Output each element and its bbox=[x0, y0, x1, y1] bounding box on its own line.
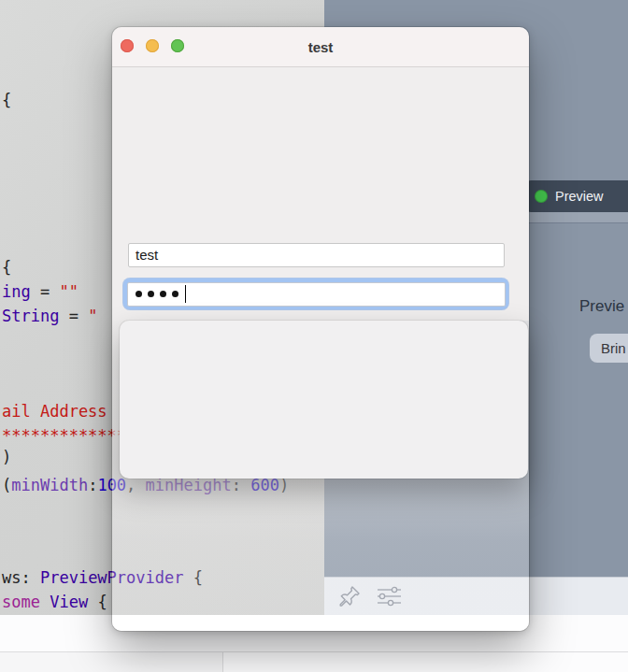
bring-forward-button[interactable]: Brin bbox=[590, 334, 628, 363]
bottom-left-pane bbox=[0, 652, 222, 672]
password-dot bbox=[136, 291, 143, 298]
password-dot bbox=[160, 291, 167, 298]
password-dot bbox=[172, 291, 179, 298]
password-dot bbox=[148, 291, 155, 298]
preview-status-dot-icon bbox=[535, 190, 548, 203]
window-content: test bbox=[112, 67, 529, 321]
window-bottom-band bbox=[112, 615, 529, 631]
bring-forward-button-label: Brin bbox=[601, 340, 626, 356]
suggestions-popover[interactable] bbox=[120, 321, 528, 479]
zoom-button[interactable] bbox=[171, 39, 184, 52]
password-dots bbox=[136, 291, 184, 298]
minimize-button[interactable] bbox=[146, 39, 159, 52]
preview-tab[interactable]: Preview bbox=[525, 180, 628, 212]
password-field[interactable] bbox=[127, 282, 506, 307]
text-caret bbox=[185, 285, 187, 303]
preview-paused-text: Previe bbox=[579, 297, 624, 316]
bottom-hairline bbox=[0, 651, 628, 652]
preview-tab-label: Preview bbox=[555, 189, 604, 204]
preview-tab-underband bbox=[525, 212, 628, 223]
password-field-focus-ring bbox=[123, 279, 508, 309]
username-field[interactable]: test bbox=[128, 243, 505, 267]
bottom-pane-divider bbox=[222, 651, 223, 672]
close-button[interactable] bbox=[121, 39, 134, 52]
window-titlebar[interactable]: test bbox=[112, 27, 529, 67]
